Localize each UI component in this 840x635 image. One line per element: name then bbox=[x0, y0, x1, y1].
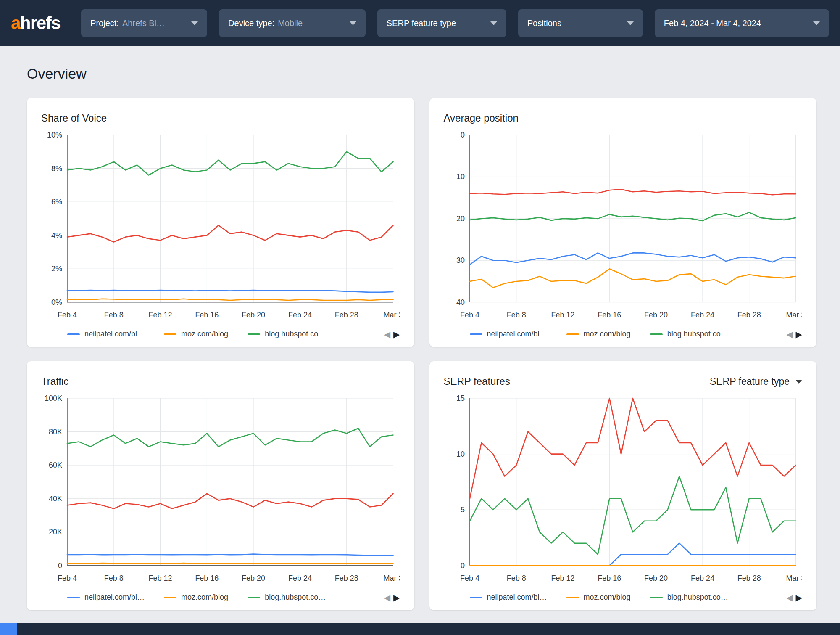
legend-swatch-blue bbox=[470, 597, 482, 598]
project-value: Ahrefs Bl… bbox=[122, 19, 165, 28]
svg-text:0%: 0% bbox=[51, 298, 62, 307]
legend-label: neilpatel.com/bl… bbox=[487, 330, 547, 339]
bottom-bar bbox=[0, 623, 840, 635]
legend-label: blog.hubspot.co… bbox=[667, 330, 728, 339]
svg-text:30: 30 bbox=[456, 256, 464, 265]
svg-text:Mar 3: Mar 3 bbox=[384, 311, 400, 319]
chart-title: Share of Voice bbox=[41, 112, 107, 124]
legend-item[interactable]: moz.com/blog bbox=[164, 593, 228, 602]
legend-pager: ◀ ▶ bbox=[384, 593, 400, 602]
legend-prev-icon[interactable]: ◀ bbox=[786, 593, 793, 602]
svg-text:0: 0 bbox=[58, 561, 62, 570]
serp-feature-type-card-label: SERP feature type bbox=[710, 376, 790, 387]
device-type-dropdown[interactable]: Device type:Mobile bbox=[219, 9, 366, 37]
legend-swatch-orange bbox=[164, 597, 176, 598]
legend-next-icon[interactable]: ▶ bbox=[393, 330, 400, 339]
svg-text:Feb 4: Feb 4 bbox=[58, 311, 77, 319]
legend-label: neilpatel.com/bl… bbox=[487, 593, 547, 602]
svg-text:Feb 28: Feb 28 bbox=[335, 574, 358, 582]
chevron-down-icon bbox=[490, 21, 497, 25]
legend-prev-icon[interactable]: ◀ bbox=[384, 330, 390, 339]
bottom-bar-accent bbox=[0, 623, 17, 635]
legend-next-icon[interactable]: ▶ bbox=[393, 593, 400, 602]
legend-swatch-orange bbox=[164, 333, 176, 335]
svg-text:0: 0 bbox=[460, 561, 464, 570]
legend-swatch-blue bbox=[470, 333, 482, 335]
svg-text:Feb 20: Feb 20 bbox=[644, 311, 668, 319]
chart-title: Average position bbox=[444, 112, 519, 124]
chart-legend: neilpatel.com/bl… moz.com/blog blog.hubs… bbox=[444, 593, 803, 603]
serp-feature-type-dropdown[interactable]: SERP feature type bbox=[377, 9, 506, 37]
legend-label: moz.com/blog bbox=[181, 330, 228, 339]
legend-prev-icon[interactable]: ◀ bbox=[384, 593, 390, 602]
page-title: Overview bbox=[27, 66, 816, 82]
svg-text:Feb 8: Feb 8 bbox=[104, 574, 124, 582]
legend-item[interactable]: neilpatel.com/bl… bbox=[470, 593, 547, 602]
legend-item[interactable]: blog.hubspot.co… bbox=[248, 593, 326, 602]
legend-pager: ◀ ▶ bbox=[384, 330, 400, 339]
legend-swatch-blue bbox=[67, 333, 80, 335]
card-average-position: Average position 010203040Feb 4Feb 8Feb … bbox=[429, 98, 817, 347]
legend-swatch-green bbox=[650, 333, 663, 335]
svg-text:Feb 20: Feb 20 bbox=[242, 574, 265, 582]
legend-prev-icon[interactable]: ◀ bbox=[786, 330, 793, 339]
chevron-down-icon bbox=[350, 21, 356, 25]
legend-item[interactable]: moz.com/blog bbox=[566, 330, 631, 339]
chevron-down-icon bbox=[191, 21, 198, 25]
svg-text:60K: 60K bbox=[49, 461, 62, 469]
serp-feature-type-card-dropdown[interactable]: SERP feature type bbox=[710, 376, 802, 387]
svg-text:40K: 40K bbox=[49, 495, 62, 503]
legend-swatch-green bbox=[248, 597, 260, 598]
svg-text:Feb 8: Feb 8 bbox=[104, 311, 124, 319]
svg-text:Feb 28: Feb 28 bbox=[737, 574, 761, 582]
legend-swatch-orange bbox=[566, 333, 579, 335]
legend-item[interactable]: moz.com/blog bbox=[164, 330, 228, 339]
svg-text:8%: 8% bbox=[51, 164, 62, 173]
svg-text:Feb 28: Feb 28 bbox=[335, 311, 358, 319]
chevron-down-icon bbox=[795, 380, 802, 384]
ahrefs-logo[interactable]: ahrefs bbox=[11, 13, 60, 33]
svg-text:Feb 24: Feb 24 bbox=[288, 574, 312, 582]
legend-label: blog.hubspot.co… bbox=[667, 593, 728, 602]
legend-item[interactable]: blog.hubspot.co… bbox=[248, 330, 326, 339]
legend-next-icon[interactable]: ▶ bbox=[796, 593, 802, 602]
legend-swatch-green bbox=[650, 597, 663, 598]
legend-item[interactable]: blog.hubspot.co… bbox=[650, 330, 728, 339]
legend-item[interactable]: blog.hubspot.co… bbox=[650, 593, 728, 602]
legend-swatch-orange bbox=[566, 597, 579, 598]
svg-text:Feb 24: Feb 24 bbox=[690, 574, 714, 582]
svg-text:Mar 3: Mar 3 bbox=[786, 574, 802, 582]
svg-text:20K: 20K bbox=[49, 528, 62, 536]
svg-text:40: 40 bbox=[456, 298, 464, 307]
card-serp-features: SERP features SERP feature type 051015Fe… bbox=[429, 361, 817, 610]
legend-label: moz.com/blog bbox=[181, 593, 228, 602]
legend-item[interactable]: neilpatel.com/bl… bbox=[470, 330, 547, 339]
legend-item[interactable]: moz.com/blog bbox=[566, 593, 631, 602]
svg-text:Feb 20: Feb 20 bbox=[644, 574, 668, 582]
project-label: Project: bbox=[90, 19, 119, 28]
legend-label: neilpatel.com/bl… bbox=[84, 593, 145, 602]
svg-text:Feb 12: Feb 12 bbox=[551, 311, 574, 319]
svg-text:10: 10 bbox=[456, 172, 464, 181]
share-of-voice-chart: 0%2%4%6%8%10%Feb 4Feb 8Feb 12Feb 16Feb 2… bbox=[41, 129, 400, 323]
logo-rest: hrefs bbox=[20, 13, 60, 33]
svg-text:Feb 8: Feb 8 bbox=[506, 574, 526, 582]
svg-text:100K: 100K bbox=[45, 394, 62, 402]
chart-title: SERP features bbox=[444, 376, 510, 387]
svg-text:Feb 16: Feb 16 bbox=[195, 574, 219, 582]
legend-pager: ◀ ▶ bbox=[786, 330, 802, 339]
legend-next-icon[interactable]: ▶ bbox=[796, 330, 802, 339]
serp-feature-type-label: SERP feature type bbox=[387, 19, 456, 28]
chart-cards-grid: Share of Voice 0%2%4%6%8%10%Feb 4Feb 8Fe… bbox=[27, 98, 816, 610]
overview-page: Overview Share of Voice 0%2%4%6%8%10%Feb… bbox=[0, 46, 840, 610]
svg-text:80K: 80K bbox=[49, 428, 62, 436]
legend-item[interactable]: neilpatel.com/bl… bbox=[67, 330, 145, 339]
legend-item[interactable]: neilpatel.com/bl… bbox=[67, 593, 145, 602]
positions-dropdown[interactable]: Positions bbox=[518, 9, 643, 37]
project-dropdown[interactable]: Project:Ahrefs Bl… bbox=[81, 9, 207, 37]
svg-text:Feb 24: Feb 24 bbox=[690, 311, 714, 319]
date-range-picker[interactable]: Feb 4, 2024 - Mar 4, 2024 bbox=[655, 9, 829, 37]
chart-legend: neilpatel.com/bl… moz.com/blog blog.hubs… bbox=[41, 593, 400, 603]
chart-title: Traffic bbox=[41, 376, 68, 387]
legend-label: moz.com/blog bbox=[584, 330, 631, 339]
